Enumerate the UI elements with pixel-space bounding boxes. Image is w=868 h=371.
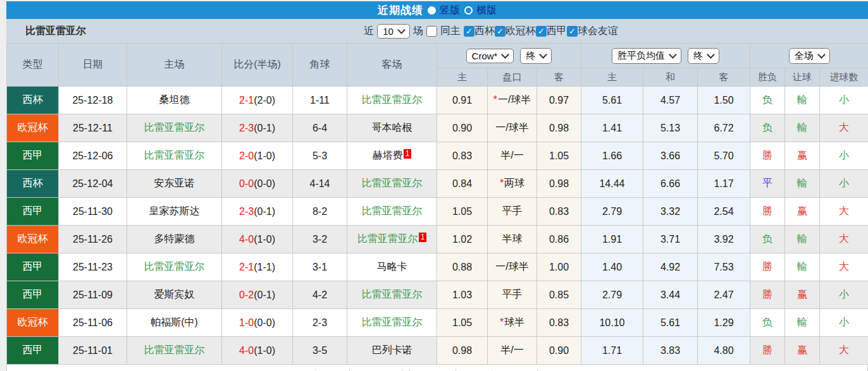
- chevron-down-icon: [540, 51, 548, 59]
- subheader-odds-home: 主: [437, 68, 488, 87]
- handicap-cell: 半/一: [488, 142, 537, 170]
- odds-home-cell: 1.05: [437, 198, 488, 226]
- date-cell: 25-11-01: [59, 337, 127, 365]
- date-cell: 25-11-23: [59, 253, 127, 281]
- same-home-checkbox[interactable]: [426, 26, 437, 37]
- date-cell: 25-12-18: [59, 87, 127, 114]
- layout-radio-horizontal[interactable]: 横版: [464, 4, 497, 17]
- bookmaker-select[interactable]: Crow*: [466, 49, 514, 63]
- result-wdl-cell: 负: [750, 226, 785, 253]
- odds-away-cell: 0.85: [537, 281, 581, 309]
- corners-cell: 3-2: [293, 226, 347, 253]
- subheader-wdl: 胜负: [750, 68, 785, 87]
- avg-home-cell: 2.79: [581, 281, 643, 309]
- result-goals-cell: 大: [820, 253, 868, 281]
- league-checkbox[interactable]: ✓: [464, 26, 474, 37]
- score-cell: 2-3(0-1): [222, 198, 293, 226]
- score-cell: 2-1(2-0): [222, 87, 293, 114]
- result-handicap-cell: 輸: [785, 309, 820, 337]
- avg-time-select[interactable]: 终: [688, 48, 719, 64]
- result-goals-cell: 小: [820, 281, 868, 309]
- fulltime-score: 2-0: [239, 150, 254, 161]
- subheader-goals: 进球数: [820, 68, 868, 87]
- team-label: 比雷亚雷亚尔: [362, 178, 423, 188]
- table-row: 欧冠杯25-12-11比雷亚雷亚尔2-3(0-1)6-4哥本哈根0.90一/球半…: [7, 114, 868, 142]
- layout-radio-vertical[interactable]: 竖版: [428, 4, 460, 17]
- league-badge-cell: 西杯: [7, 170, 59, 198]
- table-row: 欧冠杯25-11-06帕福斯(中)1-0(0-0)2-3比雷亚雷亚尔1.05*球…: [7, 309, 868, 337]
- league-checkbox-label: 球会友谊: [578, 25, 618, 36]
- home-team-cell: 安东亚诺: [127, 170, 222, 198]
- date-cell: 25-12-04: [59, 170, 127, 198]
- result-handicap-cell: 輸: [785, 170, 820, 198]
- avg-draw-cell: 3.44: [643, 281, 698, 309]
- table-row: 西甲25-11-23比雷亚雷亚尔2-1(1-1)3-1马略卡0.88一/球半1.…: [7, 253, 868, 281]
- chevron-down-icon: [669, 51, 677, 59]
- result-handicap-cell: 輸: [785, 114, 820, 142]
- result-handicap-cell: 輸: [785, 87, 820, 114]
- fulltime-score: 4-0: [239, 234, 254, 245]
- avg-draw-cell: 5.13: [643, 114, 698, 142]
- fulltime-score: 2-3: [239, 206, 254, 217]
- results-tbody: 西杯25-12-18桑坦德2-1(2-0)1-11比雷亚雷亚尔0.91*一/球半…: [7, 87, 868, 365]
- away-team-cell: 巴列卡诺: [347, 337, 437, 365]
- result-goals-cell: 大: [820, 198, 868, 226]
- odds-away-cell: 0.83: [537, 198, 581, 226]
- radio-selected-icon[interactable]: [428, 6, 436, 15]
- home-team-cell: 爱斯宾奴: [127, 281, 222, 309]
- away-team-cell: 比雷亚雷亚尔: [347, 170, 437, 198]
- result-handicap-cell: 輸: [785, 253, 820, 281]
- team-name: 比雷亚雷亚尔: [25, 25, 86, 38]
- odds-time-select[interactable]: 终: [520, 48, 552, 64]
- same-home-label: 同主: [440, 25, 461, 38]
- avg-away-cell: 5.70: [698, 142, 750, 170]
- avg-away-cell: 1.29: [698, 309, 750, 337]
- games-label: 场: [413, 25, 423, 38]
- result-goals-cell: 大: [820, 114, 868, 142]
- league-checkbox[interactable]: ✓: [536, 26, 547, 37]
- score-cell: 0-2(0-1): [222, 281, 293, 309]
- score-cell: 4-0(1-0): [222, 337, 293, 365]
- league-checkbox-label: 西杯: [474, 25, 495, 36]
- away-team-cell: 比雷亚雷亚尔: [347, 309, 437, 337]
- team-label: 比雷亚雷亚尔: [144, 261, 205, 272]
- red-card-badge: 1: [404, 149, 412, 159]
- result-handicap-cell: 赢: [785, 198, 820, 226]
- fulltime-select[interactable]: 全场: [789, 48, 830, 64]
- subheader-avg-away: 客: [698, 68, 750, 87]
- fulltime-score: 4-0: [239, 345, 254, 356]
- corners-cell: 8-2: [293, 198, 347, 226]
- avg-draw-cell: 3.32: [643, 198, 698, 226]
- fulltime-score: 2-1: [239, 262, 254, 272]
- avg-draw-cell: 4.92: [643, 253, 698, 281]
- odds-home-cell: 0.83: [437, 142, 488, 170]
- odds-away-cell: 0.98: [537, 170, 581, 198]
- league-checkbox[interactable]: ✓: [567, 26, 578, 37]
- halftime-score: (0-0): [254, 317, 275, 328]
- score-cell: 2-3(0-1): [222, 114, 293, 142]
- wdl-avg-select[interactable]: 胜平负均值: [612, 48, 681, 64]
- away-team-cell: 比雷亚雷亚尔: [347, 281, 437, 309]
- corners-cell: 2-3: [293, 309, 347, 337]
- avg-away-cell: 1.17: [698, 170, 750, 198]
- away-team-cell: 比雷亚雷亚尔: [347, 87, 437, 114]
- radio-unselected-icon[interactable]: [464, 6, 473, 15]
- match-count-select[interactable]: 10: [377, 24, 410, 39]
- home-team-cell: 比雷亚雷亚尔: [127, 114, 222, 142]
- league-checkbox[interactable]: ✓: [495, 26, 505, 37]
- team-label: 比雷亚雷亚尔: [362, 289, 423, 300]
- result-goals-cell: 小: [820, 142, 868, 170]
- odds-away-cell: 1.05: [537, 142, 581, 170]
- result-wdl-cell: 负: [750, 87, 785, 114]
- avg-home-cell: 1.66: [581, 142, 643, 170]
- score-cell: 0-0(0-0): [222, 170, 293, 198]
- handicap-cell: *一/球半: [488, 87, 537, 114]
- home-team-cell: 比雷亚雷亚尔: [127, 253, 222, 281]
- odds-home-cell: 0.98: [437, 337, 488, 365]
- result-handicap-cell: 赢: [785, 337, 820, 365]
- result-handicap-cell: 輸: [785, 226, 820, 253]
- halftime-score: (0-0): [254, 178, 275, 189]
- corners-cell: 3-5: [293, 337, 347, 365]
- handicap-cell: 半球: [488, 226, 537, 253]
- result-goals-cell: 小: [820, 87, 868, 114]
